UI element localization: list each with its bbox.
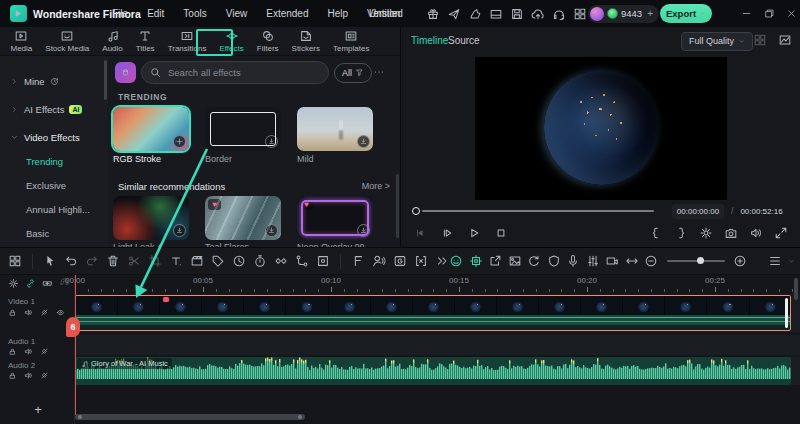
speed-icon[interactable] bbox=[232, 254, 246, 268]
keyframe-icon[interactable] bbox=[274, 254, 288, 268]
timeline-zoom-slider[interactable] bbox=[667, 254, 725, 268]
effect-card-mild[interactable] bbox=[297, 107, 373, 151]
mute-track-icon[interactable] bbox=[24, 371, 33, 380]
menu-extended[interactable]: Extended bbox=[266, 8, 308, 19]
properties-icon[interactable] bbox=[190, 254, 204, 268]
screen-record-icon[interactable] bbox=[605, 254, 619, 268]
vertical-scrollbar[interactable] bbox=[794, 278, 798, 300]
quality-selector[interactable]: Full Quality bbox=[681, 32, 753, 51]
menu-view[interactable]: View bbox=[226, 8, 248, 19]
seek-handle[interactable] bbox=[412, 207, 420, 215]
save-icon[interactable] bbox=[510, 7, 524, 21]
mute-track-icon[interactable] bbox=[24, 308, 33, 317]
play-icon[interactable] bbox=[467, 226, 481, 240]
fullscreen-icon[interactable] bbox=[774, 226, 788, 240]
sidebar-item-annual-highlights[interactable]: Annual Highli... bbox=[0, 198, 108, 220]
tab-stickers[interactable]: Stickers bbox=[285, 27, 326, 56]
tab-source[interactable]: Source bbox=[448, 35, 480, 46]
support-icon[interactable] bbox=[552, 7, 566, 21]
effects-collection-button[interactable] bbox=[115, 62, 136, 83]
auto-link-icon[interactable] bbox=[25, 278, 36, 289]
keyframe-off-icon[interactable] bbox=[40, 347, 49, 356]
more-options-icon[interactable] bbox=[372, 65, 386, 79]
restore-button[interactable] bbox=[757, 0, 781, 27]
tab-stock-media[interactable]: Stock Media bbox=[39, 27, 96, 56]
add-track-button[interactable]: + bbox=[30, 401, 46, 417]
tab-effects[interactable]: Effects bbox=[213, 27, 250, 56]
menu-file[interactable]: File bbox=[112, 8, 128, 19]
select-tool-icon[interactable] bbox=[43, 254, 57, 268]
tab-filters[interactable]: Filters bbox=[250, 27, 285, 56]
tab-titles[interactable]: Titles bbox=[129, 27, 161, 56]
timeline-ruler[interactable]: 00:0000:0500:1000:1500:2000:25 bbox=[75, 275, 800, 294]
effect-card-rgb-stroke[interactable] bbox=[113, 107, 189, 151]
audio-clip[interactable]: Glory of War - AI Music bbox=[75, 357, 791, 385]
undo-icon[interactable] bbox=[64, 254, 78, 268]
filter-all-button[interactable]: All bbox=[334, 63, 372, 83]
layout-icon[interactable] bbox=[489, 7, 503, 21]
next-frame-icon[interactable] bbox=[440, 226, 454, 240]
track-height-icon[interactable] bbox=[768, 254, 782, 268]
tab-media[interactable]: Media bbox=[4, 27, 39, 56]
lock-track-icon[interactable] bbox=[8, 371, 17, 380]
stabilize-icon[interactable] bbox=[316, 254, 330, 268]
zoom-out-icon[interactable] bbox=[644, 254, 658, 268]
video-clip[interactable] bbox=[75, 295, 791, 331]
scopes-icon[interactable] bbox=[778, 33, 792, 47]
seek-track[interactable] bbox=[422, 210, 654, 212]
download-button[interactable] bbox=[265, 224, 278, 237]
sidebar-item-exclusive[interactable]: Exclusive bbox=[0, 174, 108, 196]
delete-icon[interactable] bbox=[106, 254, 120, 268]
quick-text-icon[interactable] bbox=[169, 254, 183, 268]
minimize-button[interactable] bbox=[734, 0, 758, 27]
video-preview[interactable] bbox=[475, 57, 727, 200]
split-icon[interactable] bbox=[127, 254, 141, 268]
lock-track-icon[interactable] bbox=[8, 347, 17, 356]
stop-icon[interactable] bbox=[494, 226, 508, 240]
keyframe-off-icon[interactable] bbox=[40, 371, 49, 380]
more-link[interactable]: More > bbox=[362, 181, 390, 191]
media-bin-icon[interactable] bbox=[8, 254, 22, 268]
playhead[interactable] bbox=[75, 275, 77, 415]
playback-settings-icon[interactable] bbox=[699, 226, 713, 240]
snapshot-frame-icon[interactable] bbox=[508, 254, 522, 268]
hide-track-icon[interactable] bbox=[56, 308, 65, 317]
menu-tools[interactable]: Tools bbox=[183, 8, 206, 19]
ai-chip-icon[interactable] bbox=[469, 254, 483, 268]
export-clip-icon[interactable] bbox=[488, 254, 502, 268]
more-tools-icon[interactable] bbox=[435, 254, 449, 268]
download-button[interactable] bbox=[265, 135, 278, 148]
voice-enhance-icon[interactable] bbox=[372, 254, 386, 268]
download-button[interactable] bbox=[357, 224, 370, 237]
sidebar-item-mine[interactable]: Mine bbox=[0, 70, 108, 92]
close-button[interactable] bbox=[779, 0, 800, 27]
sidebar-item-body-effects[interactable]: Body Effects bbox=[0, 240, 108, 247]
redo-icon[interactable] bbox=[85, 254, 99, 268]
remove-clip-icon[interactable] bbox=[414, 254, 428, 268]
menu-edit[interactable]: Edit bbox=[147, 8, 164, 19]
sidebar-item-trending[interactable]: Trending bbox=[0, 150, 108, 172]
node-editor-icon[interactable] bbox=[295, 254, 309, 268]
record-voiceover-icon[interactable] bbox=[566, 254, 580, 268]
download-button[interactable] bbox=[173, 224, 186, 237]
render-preview-icon[interactable] bbox=[527, 254, 541, 268]
link-clips-icon[interactable] bbox=[42, 278, 53, 289]
zoom-in-icon[interactable] bbox=[733, 254, 747, 268]
ai-assistant-icon[interactable] bbox=[449, 254, 463, 268]
effect-card-neon-overlay-09[interactable]: ♥ bbox=[297, 196, 373, 240]
effect-card-border[interactable] bbox=[205, 107, 281, 151]
upload-icon[interactable] bbox=[531, 7, 545, 21]
tab-audio[interactable]: Audio bbox=[96, 27, 129, 56]
sidebar-scrollbar[interactable] bbox=[104, 60, 107, 100]
chevron-down-icon[interactable] bbox=[788, 258, 795, 265]
timer-icon[interactable] bbox=[253, 254, 267, 268]
mark-out-icon[interactable] bbox=[674, 226, 688, 240]
gift-icon[interactable] bbox=[426, 7, 440, 21]
effect-card-teal-flares[interactable]: ♥ bbox=[205, 196, 281, 240]
download-button[interactable] bbox=[357, 135, 370, 148]
export-button[interactable]: Export bbox=[660, 4, 712, 23]
previous-frame-icon[interactable] bbox=[413, 226, 427, 240]
multiview-icon[interactable] bbox=[753, 33, 767, 47]
add-coins-button[interactable]: + bbox=[647, 8, 653, 19]
effect-card-light-leak-4[interactable] bbox=[113, 196, 189, 240]
